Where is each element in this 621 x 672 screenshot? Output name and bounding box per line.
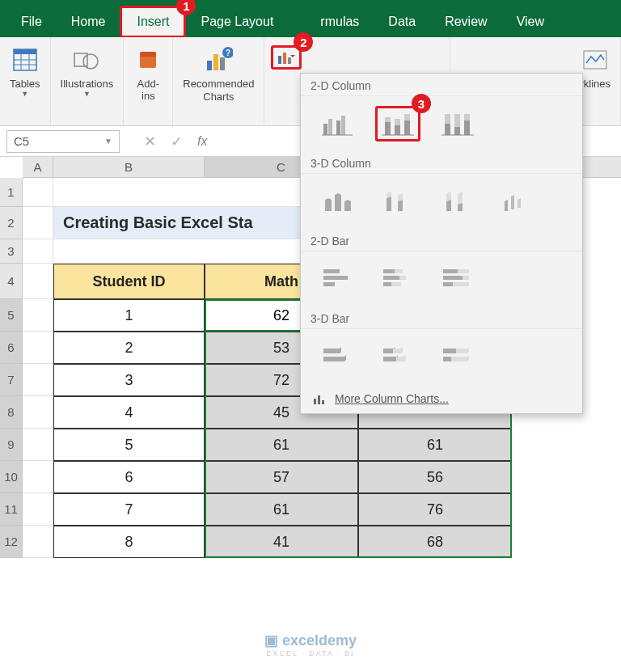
tab-data[interactable]: Data [374, 8, 430, 36]
svg-rect-48 [443, 269, 458, 273]
sparkline-icon [581, 45, 610, 74]
100-stacked-bar[interactable] [435, 261, 480, 297]
clustered-bar[interactable] [315, 261, 361, 297]
col-a[interactable]: A [23, 157, 53, 177]
row-1[interactable]: 1 [0, 178, 23, 207]
row-8[interactable]: 8 [0, 396, 23, 429]
svg-rect-44 [399, 276, 406, 280]
cancel-icon[interactable]: ✕ [144, 133, 156, 150]
tab-file[interactable]: File [6, 8, 57, 36]
recommended-charts-icon: ? [204, 45, 233, 74]
shapes-icon [72, 45, 101, 74]
enter-icon[interactable]: ✓ [171, 133, 183, 150]
more-column-charts[interactable]: More Column Charts... [301, 384, 582, 413]
chevron-down-icon: ▼ [104, 137, 112, 146]
3d-stacked-bar[interactable] [375, 339, 420, 374]
chart-type-popup: 2-D Column 3 3-D Column 2-D Bar 3-D Bar … [300, 73, 583, 414]
row-7[interactable]: 7 [0, 364, 23, 396]
tab-insert[interactable]: Insert 1 [120, 6, 186, 38]
tables-button[interactable]: Tables ▼ [6, 42, 44, 101]
3d-column[interactable] [495, 184, 540, 219]
table-icon [11, 45, 40, 74]
fx-icon[interactable]: fx [197, 134, 207, 149]
tab-home[interactable]: Home [57, 8, 120, 36]
cell-sci[interactable]: 61 [358, 429, 512, 461]
svg-rect-25 [385, 117, 391, 122]
addins-button[interactable]: Add- ins [130, 42, 166, 105]
callout-3: 3 [412, 94, 431, 113]
name-box-value: C5 [14, 134, 29, 148]
svg-rect-46 [391, 282, 401, 286]
svg-rect-45 [383, 282, 391, 286]
svg-rect-16 [283, 53, 286, 64]
cell-sci[interactable]: 56 [358, 461, 512, 493]
svg-rect-41 [383, 269, 395, 273]
illustrations-label: Illustrations [61, 78, 114, 90]
cell-id[interactable]: 2 [53, 332, 205, 364]
svg-rect-55 [322, 400, 324, 404]
cell-id[interactable]: 4 [53, 396, 205, 429]
cell-sci[interactable]: 76 [358, 493, 512, 526]
3d-100-stacked-column[interactable] [435, 184, 480, 219]
svg-rect-8 [140, 55, 156, 68]
row-5[interactable]: 5 [0, 299, 23, 332]
row-4[interactable]: 4 [0, 264, 23, 299]
stacked-bar[interactable] [375, 261, 420, 297]
reccharts-label: Recommended Charts [183, 78, 254, 103]
recommended-charts-button[interactable]: ? Recommended Charts [180, 42, 257, 106]
svg-rect-9 [140, 52, 156, 57]
col-b[interactable]: B [53, 157, 205, 177]
svg-point-7 [83, 54, 98, 69]
cell-id[interactable]: 8 [53, 526, 205, 558]
row-6[interactable]: 6 [0, 332, 23, 364]
row-3[interactable]: 3 [0, 239, 23, 264]
cell-math[interactable]: 57 [205, 461, 358, 493]
stacked-column-option[interactable]: 3 [375, 106, 420, 142]
section-3d-column: 3-D Column [301, 151, 582, 174]
svg-rect-6 [74, 53, 87, 66]
cell-sci[interactable]: 68 [358, 526, 512, 558]
row-12[interactable]: 12 [0, 526, 23, 558]
svg-text:?: ? [226, 49, 230, 57]
svg-rect-39 [323, 276, 348, 280]
cell-id[interactable]: 1 [53, 299, 205, 332]
section-3d-bar: 3-D Bar [301, 306, 582, 329]
3d-clustered-column[interactable] [315, 184, 361, 219]
svg-rect-17 [288, 57, 291, 64]
row-2[interactable]: 2 [0, 207, 23, 239]
more-charts-label: More Column Charts... [335, 392, 449, 405]
3d-stacked-column[interactable] [375, 184, 420, 219]
header-id[interactable]: Student ID [53, 264, 205, 299]
svg-rect-36 [464, 120, 470, 135]
row-10[interactable]: 10 [0, 461, 23, 493]
tab-review[interactable]: Review [430, 8, 501, 36]
3d-clustered-bar[interactable] [315, 339, 361, 374]
callout-2: 2 [294, 32, 313, 52]
svg-rect-20 [328, 119, 332, 135]
cell-math[interactable]: 61 [205, 493, 358, 526]
tab-pagelayout[interactable]: Page Layout [186, 8, 288, 36]
tab-formulas[interactable]: rmulas [288, 8, 374, 36]
cell-id[interactable]: 5 [53, 429, 205, 461]
cell-id[interactable]: 3 [53, 364, 205, 396]
store-icon [133, 45, 163, 74]
3d-100-stacked-bar[interactable] [435, 339, 480, 374]
row-9[interactable]: 9 [0, 429, 23, 461]
svg-rect-24 [385, 122, 391, 135]
cell-math[interactable]: 61 [205, 429, 358, 461]
100-stacked-column-option[interactable] [435, 106, 480, 142]
cell-math[interactable]: 41 [205, 526, 358, 558]
tab-view[interactable]: View [502, 8, 559, 36]
cell-id[interactable]: 7 [53, 493, 205, 526]
svg-rect-40 [323, 282, 335, 286]
watermark-tag: EXCEL · DATA · BI [264, 649, 357, 657]
clustered-column-option[interactable] [315, 106, 361, 142]
cell-id[interactable]: 6 [53, 461, 205, 493]
illustrations-button[interactable]: Illustrations ▼ [57, 42, 117, 101]
name-box[interactable]: C5 ▼ [6, 130, 120, 153]
svg-rect-15 [278, 56, 281, 64]
row-11[interactable]: 11 [0, 493, 23, 526]
sparklines-label: rklines [580, 78, 610, 90]
svg-rect-52 [443, 282, 453, 286]
svg-rect-21 [336, 120, 340, 135]
